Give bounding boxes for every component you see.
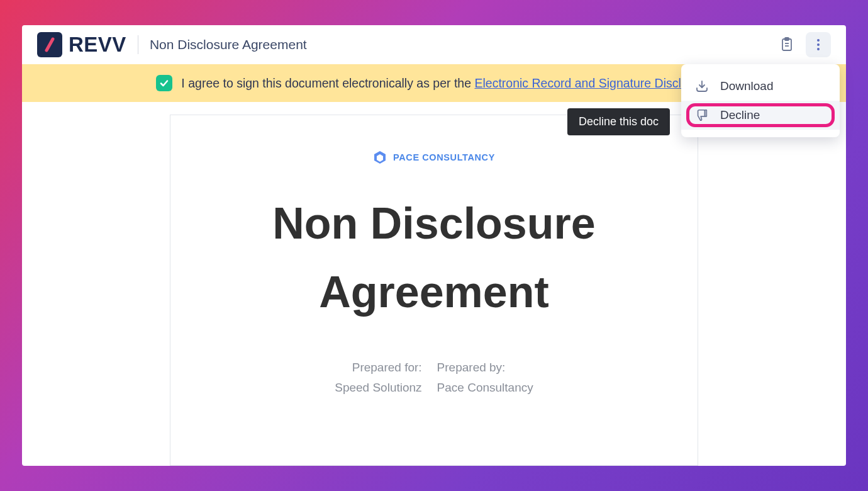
svg-point-6 <box>817 43 820 46</box>
prepared-for-value: Speed Solutionz <box>335 378 421 398</box>
svg-point-7 <box>817 48 820 50</box>
header-actions <box>774 32 831 57</box>
prepared-by-column: Prepared by: Pace Consultancy <box>437 358 533 398</box>
menu-item-download[interactable]: Download <box>681 72 840 101</box>
thumbs-down-icon <box>695 108 709 122</box>
consent-checkbox[interactable] <box>156 75 172 91</box>
brand-logo-icon <box>37 32 62 57</box>
header-divider <box>138 35 138 54</box>
download-icon <box>695 79 709 93</box>
more-options-button[interactable] <box>806 32 831 57</box>
clipboard-icon[interactable] <box>774 32 799 57</box>
svg-point-5 <box>817 39 820 42</box>
menu-item-decline-label: Decline <box>720 108 760 122</box>
more-options-menu: Download Decline <box>681 64 840 137</box>
brand-name: REVV <box>69 33 126 57</box>
prepared-by-label: Prepared by: <box>437 358 533 378</box>
decline-tooltip: Decline this doc <box>567 108 670 135</box>
document-heading: Non Disclosure Agreement <box>208 189 660 326</box>
document-title: Non Disclosure Agreement <box>150 37 307 52</box>
prepared-section: Prepared for: Speed Solutionz Prepared b… <box>208 358 660 398</box>
app-window: REVV Non Disclosure Agreement <box>22 25 846 466</box>
prepared-for-label: Prepared for: <box>335 358 421 378</box>
menu-item-download-label: Download <box>720 79 774 93</box>
menu-item-decline[interactable]: Decline <box>681 101 840 130</box>
document-viewport: PACE CONSULTANCY Non Disclosure Agreemen… <box>22 102 846 466</box>
header-bar: REVV Non Disclosure Agreement <box>22 25 846 64</box>
company-badge: PACE CONSULTANCY <box>208 150 660 164</box>
company-name: PACE CONSULTANCY <box>393 152 495 162</box>
consent-text-prefix: I agree to sign this document electronic… <box>181 76 474 90</box>
svg-line-0 <box>47 39 53 50</box>
consent-text: I agree to sign this document electronic… <box>181 76 711 91</box>
consent-disclosure-link[interactable]: Electronic Record and Signature Disclosu… <box>474 76 711 90</box>
document-page: PACE CONSULTANCY Non Disclosure Agreemen… <box>170 115 698 466</box>
company-logo-icon <box>373 150 387 164</box>
prepared-by-value: Pace Consultancy <box>437 378 533 398</box>
prepared-for-column: Prepared for: Speed Solutionz <box>335 358 421 398</box>
